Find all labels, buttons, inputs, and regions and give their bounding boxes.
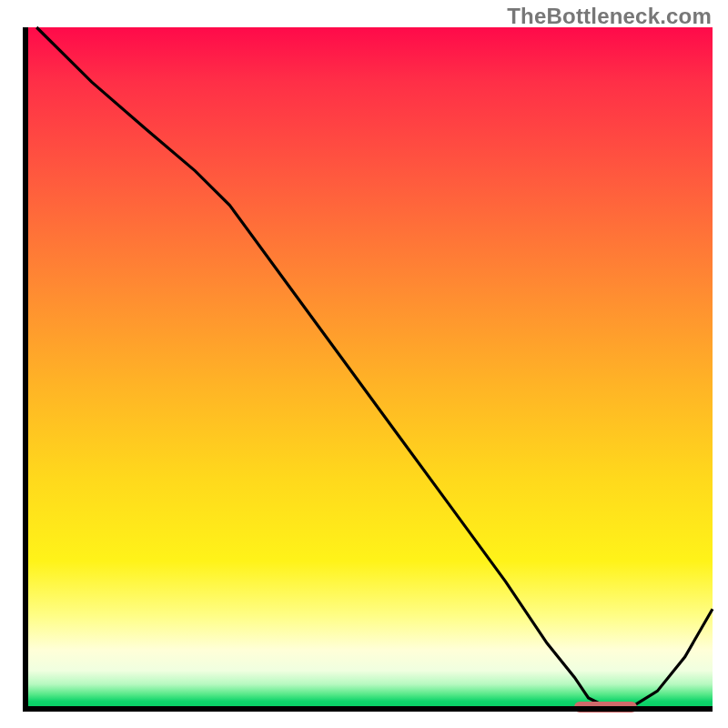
optimal-marker <box>574 702 636 713</box>
watermark-text: TheBottleneck.com <box>507 4 712 29</box>
chart-container: TheBottleneck.com <box>0 0 728 728</box>
plot-area <box>23 27 713 712</box>
line-layer <box>23 27 713 712</box>
bottleneck-curve <box>36 27 713 708</box>
